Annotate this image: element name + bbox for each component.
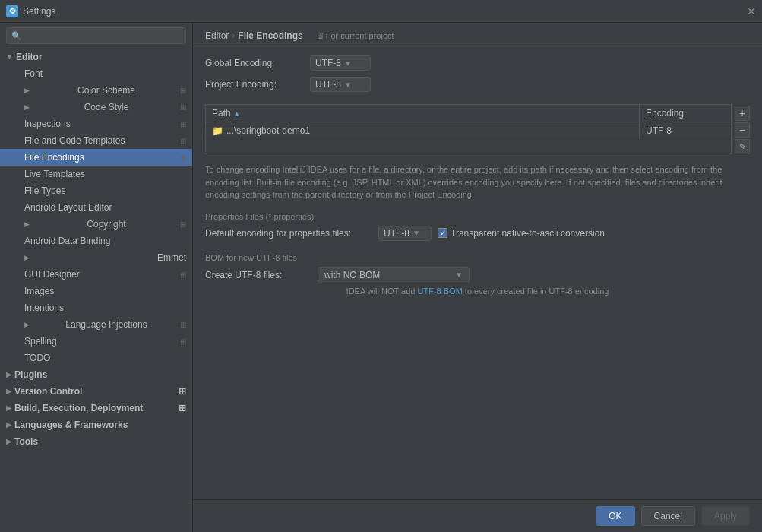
sidebar-item-gui-designer-label: GUI Designer xyxy=(24,269,80,280)
info-text: To change encoding IntelliJ IDEA uses fo… xyxy=(205,163,750,201)
copy-icon-templates: ⊞ xyxy=(180,137,186,145)
remove-row-button[interactable]: − xyxy=(735,122,750,138)
expand-arrow-copyright: ▶ xyxy=(24,220,30,228)
copy-icon-build: ⊞ xyxy=(179,403,186,413)
table-header-path: Path ▲ xyxy=(206,105,640,122)
sidebar-section-build[interactable]: ▶ Build, Execution, Deployment ⊞ xyxy=(0,400,192,416)
sidebar-item-android-data-binding-label: Android Data Binding xyxy=(24,236,110,246)
sidebar-section-tools[interactable]: ▶ Tools xyxy=(0,433,192,450)
breadcrumb-note: 🖥 For current project xyxy=(315,31,394,40)
bom-row: Create UTF-8 files: with NO BOM ▼ xyxy=(205,267,750,283)
project-encoding-value: UTF-8 xyxy=(315,79,341,90)
default-encoding-dropdown[interactable]: UTF-8 ▼ xyxy=(378,226,432,241)
sidebar-section-plugins[interactable]: ▶ Plugins xyxy=(0,366,192,383)
encoding-header-label: Encoding xyxy=(646,108,684,119)
breadcrumb-note-text: For current project xyxy=(326,31,394,40)
copy-icon-spelling: ⊞ xyxy=(180,337,186,346)
ok-button[interactable]: OK xyxy=(596,506,634,526)
bom-create-label: Create UTF-8 files: xyxy=(205,270,311,280)
expand-arrow-build: ▶ xyxy=(6,404,11,412)
sidebar-item-spelling[interactable]: Spelling ⊞ xyxy=(0,333,192,350)
sidebar-item-live-templates[interactable]: Live Templates xyxy=(0,166,192,182)
sidebar-item-emmet[interactable]: ▶ Emmet xyxy=(0,249,192,266)
sidebar-item-font[interactable]: Font xyxy=(0,65,192,82)
sidebar-item-images[interactable]: Images xyxy=(0,283,192,299)
bom-note-link: UTF-8 BOM xyxy=(418,287,463,296)
sidebar-item-file-code-templates[interactable]: File and Code Templates ⊞ xyxy=(0,132,192,149)
window-title: Settings xyxy=(23,6,55,17)
edit-row-button[interactable]: ✎ xyxy=(735,139,750,154)
sidebar-item-gui-designer[interactable]: GUI Designer ⊞ xyxy=(0,266,192,283)
sidebar-item-file-encodings[interactable]: File Encodings ⊞ xyxy=(0,149,192,166)
sidebar-item-language-injections[interactable]: ▶ Language Injections ⊞ xyxy=(0,316,192,333)
table-side-buttons: + − ✎ xyxy=(732,104,750,154)
copy-icon-lang: ⊞ xyxy=(180,321,186,329)
apply-button[interactable]: Apply xyxy=(701,506,750,526)
project-encoding-label: Project Encoding: xyxy=(205,79,304,90)
monitor-icon: 🖥 xyxy=(315,31,324,40)
expand-arrow-lang: ▶ xyxy=(24,321,30,328)
search-input[interactable] xyxy=(25,30,181,41)
bom-dropdown-arrow: ▼ xyxy=(455,271,463,279)
sort-arrow: ▲ xyxy=(233,109,241,118)
expand-arrow-tools: ▶ xyxy=(6,438,11,445)
table-wrapper: Path ▲ Encoding 📁 ...\springboot-demo1 U… xyxy=(205,104,750,154)
title-bar: ⚙ Settings ✕ xyxy=(0,0,762,23)
sidebar-section-version-control[interactable]: ▶ Version Control ⊞ xyxy=(0,383,192,400)
project-encoding-dropdown[interactable]: UTF-8 ▼ xyxy=(310,77,371,92)
breadcrumb-current: File Encodings xyxy=(238,30,302,41)
copy-icon-copyright: ⊞ xyxy=(180,220,186,229)
sidebar-item-android-layout-label: Android Layout Editor xyxy=(24,202,112,213)
sidebar: 🔍 ▼ Editor Font ▶ Color Scheme ⊞ ▶ Code … xyxy=(0,23,193,532)
bom-create-dropdown[interactable]: with NO BOM ▼ xyxy=(318,267,470,283)
bom-note-suffix: to every created file in UTF-8 encoding xyxy=(463,287,609,296)
copy-icon-code: ⊞ xyxy=(180,103,186,112)
checkbox-label: Transparent native-to-ascii conversion xyxy=(451,228,605,239)
sidebar-section-languages-label: Languages & Frameworks xyxy=(14,420,128,430)
sidebar-item-code-style[interactable]: ▶ Code Style ⊞ xyxy=(0,99,192,116)
main-container: 🔍 ▼ Editor Font ▶ Color Scheme ⊞ ▶ Code … xyxy=(0,23,762,532)
sidebar-section-editor[interactable]: ▼ Editor xyxy=(0,49,192,65)
default-encoding-label: Default encoding for properties files: xyxy=(205,228,372,239)
sidebar-item-android-layout[interactable]: Android Layout Editor xyxy=(0,199,192,216)
expand-arrow-color: ▶ xyxy=(24,87,30,94)
sidebar-item-copyright-label: Copyright xyxy=(87,219,125,230)
sidebar-section-editor-label: Editor xyxy=(16,52,43,62)
expand-arrow-emmet: ▶ xyxy=(24,254,30,261)
sidebar-item-todo[interactable]: TODO xyxy=(0,350,192,366)
breadcrumb-parent: Editor xyxy=(205,30,229,41)
sidebar-item-android-data-binding[interactable]: Android Data Binding xyxy=(0,233,192,249)
sidebar-item-intentions[interactable]: Intentions xyxy=(0,299,192,316)
form-area: Global Encoding: UTF-8 ▼ Project Encodin… xyxy=(193,46,762,101)
cancel-button[interactable]: Cancel xyxy=(641,506,695,526)
sidebar-section-languages[interactable]: ▶ Languages & Frameworks xyxy=(0,416,192,433)
close-button[interactable]: ✕ xyxy=(747,5,756,17)
global-encoding-row: Global Encoding: UTF-8 ▼ xyxy=(205,55,750,71)
sidebar-item-live-templates-label: Live Templates xyxy=(24,169,85,179)
transparent-checkbox[interactable]: ✓ xyxy=(438,228,447,238)
checkbox-area[interactable]: ✓ Transparent native-to-ascii conversion xyxy=(438,228,605,239)
global-encoding-dropdown[interactable]: UTF-8 ▼ xyxy=(310,55,371,71)
sidebar-item-file-types-label: File Types xyxy=(24,185,65,196)
sidebar-item-copyright[interactable]: ▶ Copyright ⊞ xyxy=(0,216,192,233)
sidebar-item-inspections[interactable]: Inspections ⊞ xyxy=(0,116,192,132)
global-encoding-value: UTF-8 xyxy=(315,58,341,68)
checkbox-check: ✓ xyxy=(440,229,446,237)
sidebar-item-color-scheme[interactable]: ▶ Color Scheme ⊞ xyxy=(0,82,192,99)
table-header: Path ▲ Encoding xyxy=(206,105,731,122)
copy-icon-encodings: ⊞ xyxy=(180,154,186,162)
properties-title: Properties Files (*.properties) xyxy=(205,212,750,221)
table-row[interactable]: 📁 ...\springboot-demo1 UTF-8 xyxy=(206,122,731,140)
sidebar-item-font-label: Font xyxy=(24,68,43,79)
sidebar-item-color-scheme-label: Color Scheme xyxy=(77,85,135,96)
search-icon: 🔍 xyxy=(11,31,22,41)
properties-section: Properties Files (*.properties) Default … xyxy=(205,212,750,245)
project-encoding-arrow: ▼ xyxy=(344,81,352,89)
sidebar-item-file-types[interactable]: File Types xyxy=(0,182,192,199)
search-box[interactable]: 🔍 xyxy=(6,27,186,44)
bom-title: BOM for new UTF-8 files xyxy=(205,253,750,262)
sidebar-item-todo-label: TODO xyxy=(24,353,50,363)
bom-create-value: with NO BOM xyxy=(324,270,380,280)
add-row-button[interactable]: + xyxy=(735,106,750,121)
copy-icon-gui: ⊞ xyxy=(180,271,186,279)
